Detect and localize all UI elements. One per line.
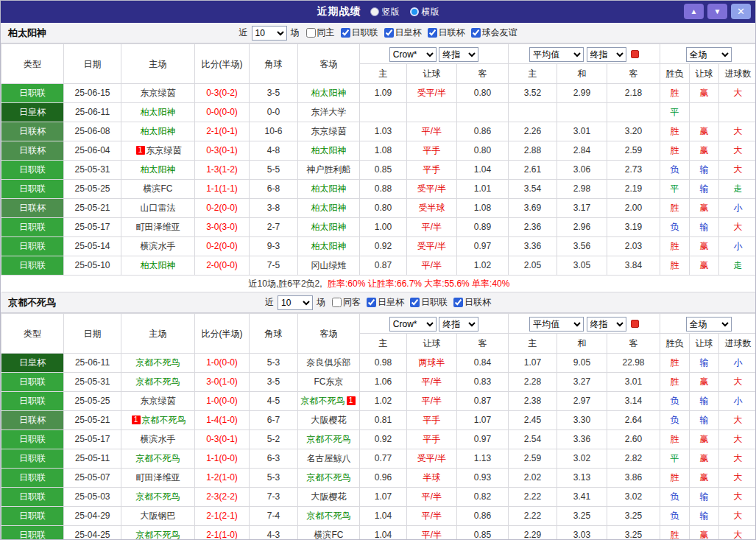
league-filter-checkbox[interactable]: 日皇杯	[384, 27, 422, 39]
avg-draw-cell: 3.30	[557, 411, 607, 430]
scope-select[interactable]: 全场	[686, 47, 732, 62]
league-filter-checkbox[interactable]: 日联杯	[428, 27, 465, 39]
scope-select[interactable]: 全场	[686, 317, 732, 332]
league-filter-input[interactable]	[367, 298, 376, 307]
match-row: 日职联 25-05-11 京都不死鸟 1-1(0-0) 6-3 名古屋鲸八 0.…	[1, 449, 756, 469]
home-team-name: 横滨FC	[144, 183, 173, 194]
league-filter-input[interactable]	[341, 28, 350, 38]
league-filter-checkbox[interactable]: 日职联	[341, 27, 378, 39]
away-team-cell: 柏太阳神	[298, 199, 360, 218]
league-filter-input[interactable]	[306, 28, 316, 38]
recent-count-select[interactable]: 10	[252, 26, 287, 41]
handicap-result-cell: 输	[690, 488, 719, 507]
handicap-result-cell: 赢	[690, 526, 719, 540]
col-home: 主场	[121, 314, 195, 354]
odds-home-cell: 0.80	[360, 199, 407, 218]
handicap-cell: 受平/半	[407, 84, 457, 103]
result-cell: 胜	[660, 122, 690, 141]
avg-draw-cell: 2.98	[557, 180, 607, 199]
league-filter-checkbox[interactable]: 日职联	[410, 296, 448, 309]
score-cell: 2-0(0-0)	[195, 256, 250, 276]
league-filter-checkbox[interactable]: 同客	[332, 296, 361, 309]
league-filter-checkbox[interactable]: 同主	[306, 27, 335, 39]
avg-draw-cell: 3.06	[557, 161, 607, 180]
corner-cell: 6-3	[250, 449, 298, 469]
match-row: 日职联 25-05-25 东京绿茵 1-0(0-0) 4-5 京都不死鸟1 1.…	[1, 392, 756, 411]
league-filter-input[interactable]	[384, 28, 394, 38]
handicap-result-cell: 输	[690, 161, 719, 180]
league-filter-label: 同主	[317, 27, 335, 39]
away-team-name: 大阪樱花	[311, 415, 347, 425]
result-cell: 胜	[660, 84, 690, 103]
odds-source-select[interactable]: Crow*	[389, 317, 437, 332]
result-cell: 平	[660, 180, 690, 199]
handicap-result-cell: 输	[690, 392, 719, 411]
avg-draw-cell: 3.17	[557, 199, 607, 218]
avg-draw-cell: 2.96	[557, 218, 607, 237]
avg-stage-select[interactable]: 终指	[587, 47, 626, 62]
match-row: 日职联 25-05-31 柏太阳神 1-3(1-2) 5-5 神户胜利船 0.8…	[1, 161, 756, 180]
league-filter-checkbox[interactable]: 日皇杯	[367, 296, 404, 309]
odds-away-cell: 1.13	[457, 449, 509, 469]
result-cell: 负	[660, 392, 690, 411]
corner-cell: 9-3	[250, 237, 298, 256]
scroll-up-button[interactable]: ▲	[684, 4, 704, 19]
result-cell: 胜	[660, 141, 690, 161]
odds-stage-select[interactable]: 终指	[439, 47, 478, 62]
match-row: 日联杯 25-05-21 1京都不死鸟 1-4(1-0) 6-7 大阪樱花 0.…	[1, 411, 756, 430]
close-button[interactable]: ✕	[731, 4, 751, 19]
odds-source-select[interactable]: Crow*	[389, 47, 437, 62]
handicap-result-cell: 赢	[690, 469, 719, 488]
col-goals-result: 进球数	[719, 64, 756, 84]
scroll-down-button[interactable]: ▼	[707, 4, 727, 19]
away-team-cell: 冈山绿雉	[298, 256, 360, 276]
avg-home-cell: 2.28	[509, 373, 557, 392]
handicap-result-cell	[690, 103, 719, 122]
recent-count-select[interactable]: 10	[278, 295, 313, 310]
avg-draw-cell: 2.84	[557, 141, 607, 161]
avg-source-select[interactable]: 平均值	[529, 317, 584, 332]
trend-chart-icon[interactable]	[631, 50, 639, 58]
avg-away-cell: 3.14	[607, 392, 660, 411]
handicap-result-cell: 赢	[690, 141, 719, 161]
col-handicap-result: 让球	[690, 64, 719, 84]
date-cell: 25-04-29	[64, 507, 121, 526]
score-cell: 3-0(1-0)	[195, 373, 250, 392]
league-cell: 日联杯	[1, 122, 64, 141]
corner-cell: 7-5	[250, 256, 298, 276]
home-team-name: 京都不死鸟	[136, 357, 180, 368]
col-handicap: 让球	[407, 334, 457, 354]
away-team-name: 柏太阳神	[311, 88, 347, 98]
odds-away-cell: 1.02	[457, 256, 509, 276]
league-filter-checkbox[interactable]: 日联杯	[453, 296, 491, 309]
layout-mode-radio[interactable]: 竖版	[370, 6, 400, 18]
avg-stage-select[interactable]: 终指	[587, 317, 626, 332]
corner-cell: 3-5	[250, 84, 298, 103]
league-filter-group: 同客 日皇杯 日职联	[332, 296, 491, 309]
league-filter-input[interactable]	[471, 28, 481, 38]
league-filter-input[interactable]	[453, 298, 463, 307]
handicap-cell: 平/半	[407, 488, 457, 507]
goals-result-cell: 大	[719, 411, 756, 430]
league-filter-input[interactable]	[410, 298, 420, 307]
trend-chart-icon[interactable]	[631, 320, 639, 328]
league-filter-input[interactable]	[332, 298, 342, 307]
goals-result-cell: 走	[719, 180, 756, 199]
league-filter-input[interactable]	[428, 28, 437, 38]
odds-home-cell: 1.06	[360, 373, 407, 392]
away-team-cell: 柏太阳神	[298, 84, 360, 103]
odds-stage-select[interactable]: 终指	[439, 317, 478, 332]
goals-result-cell: 大	[719, 373, 756, 392]
away-team-cell: 奈良俱乐部	[298, 354, 360, 373]
odds-home-cell: 0.85	[360, 161, 407, 180]
away-team-cell: 京都不死鸟	[298, 469, 360, 488]
section-header: 京都不死鸟 近 10 场 同客	[1, 292, 755, 313]
league-filter-label: 日联杯	[439, 27, 465, 39]
layout-mode-radio[interactable]: 横版	[410, 6, 439, 18]
handicap-cell	[407, 103, 457, 122]
avg-source-select[interactable]: 平均值	[529, 47, 584, 62]
avg-home-cell: 2.02	[509, 469, 557, 488]
away-team-cell: 东洋大学	[298, 103, 360, 122]
handicap-cell: 平手	[407, 161, 457, 180]
league-filter-checkbox[interactable]: 球会友谊	[471, 27, 517, 39]
